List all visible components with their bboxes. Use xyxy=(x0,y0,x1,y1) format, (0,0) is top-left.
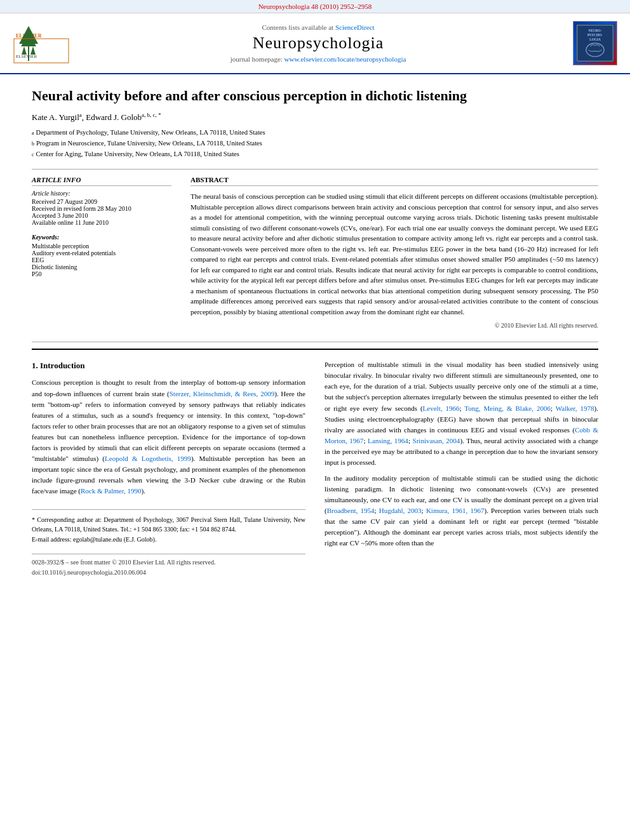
divider-1 xyxy=(32,169,598,170)
journal-homepage: journal homepage: www.elsevier.com/locat… xyxy=(70,55,566,63)
article-info-heading: ARTICLE INFO xyxy=(32,176,171,186)
neuropsychologia-logo-box: NEURO- PSYCHO- LOGIA xyxy=(566,21,617,65)
article-title: Neural activity before and after conscio… xyxy=(32,87,598,105)
abstract-panel: ABSTRACT The neural basis of conscious p… xyxy=(191,176,598,329)
footnote-text: * Corresponding author at: Department of… xyxy=(32,515,305,545)
copyright-line: © 2010 Elsevier Ltd. All rights reserved… xyxy=(191,322,598,329)
svg-text:LOGIA: LOGIA xyxy=(589,37,601,41)
svg-text:PSYCHO-: PSYCHO- xyxy=(587,33,603,37)
abstract-text: The neural basis of conscious perception… xyxy=(191,191,598,317)
accepted-date: Accepted 3 June 2010 xyxy=(32,212,171,219)
contents-available: Contents lists available at ScienceDirec… xyxy=(70,23,566,31)
journal-header: ELSEVIER ELSEVIER Contents lists availab… xyxy=(0,13,630,74)
journal-banner: Neuropsychologia 48 (2010) 2952–2958 xyxy=(0,0,630,13)
keyword-3: EEG xyxy=(32,257,171,263)
ref-leopold[interactable]: Leopold & Logothetis, 1999 xyxy=(105,455,191,462)
ref-rock[interactable]: Rock & Palmer, 1990 xyxy=(81,487,142,495)
ref-walker[interactable]: Walker, 1978 xyxy=(556,404,594,412)
article-content: Neural activity before and after conscio… xyxy=(0,74,630,590)
divider-2 xyxy=(32,342,598,342)
author1-name: Kate A. Yurgil xyxy=(32,112,79,122)
ref-broadbent[interactable]: Broadbent, 1954 xyxy=(327,507,375,514)
body-two-columns: 1. Introduction Conscious perception is … xyxy=(32,359,598,577)
ref-cobb[interactable]: Cobb & Morton, 1967 xyxy=(325,426,598,444)
sciencedirect-link[interactable]: ScienceDirect xyxy=(335,23,375,31)
body-para-1: Conscious perception is thought to resul… xyxy=(32,377,305,497)
affil-2: b Program in Neuroscience, Tulane Univer… xyxy=(32,138,598,149)
history-section: Article history: Received 27 August 2009… xyxy=(32,190,171,226)
journal-title: Neuropsychologia xyxy=(70,34,566,53)
ref-kimura[interactable]: Kimura, 1961, 1967 xyxy=(426,507,485,514)
body-para-right-2: In the auditory modality perception of m… xyxy=(325,473,598,549)
keyword-2: Auditory event-related potentials xyxy=(32,250,171,257)
available-date: Available online 11 June 2010 xyxy=(32,219,171,226)
banner-text: Neuropsychologia 48 (2010) 2952–2958 xyxy=(258,3,372,10)
info-abstract-section: ARTICLE INFO Article history: Received 2… xyxy=(32,176,598,329)
keyword-5: P50 xyxy=(32,270,171,277)
keywords-section: Keywords: Multistable perception Auditor… xyxy=(32,234,171,277)
ref-srinivasan[interactable]: Srinivasan, 2004 xyxy=(413,437,460,444)
section-1-title: 1. Introduction xyxy=(32,359,305,372)
history-label: Article history: xyxy=(32,190,171,197)
ref-sterzer[interactable]: Sterzer, Kleinschmidt, & Rees, 2009 xyxy=(170,390,274,397)
svg-text:NEURO-: NEURO- xyxy=(589,29,602,32)
author1-sup: a xyxy=(79,112,82,118)
body-left-column: 1. Introduction Conscious perception is … xyxy=(32,359,305,577)
issn-line: 0028-3932/$ – see front matter © 2010 El… xyxy=(32,557,215,577)
journal-logo: NEURO- PSYCHO- LOGIA xyxy=(573,21,617,65)
author2-sup: a, b, c, * xyxy=(142,112,161,118)
svg-text:ELSEVIER: ELSEVIER xyxy=(16,54,37,59)
ref-hugdahl[interactable]: Hugdahl, 2003 xyxy=(379,507,422,514)
journal-center-info: Contents lists available at ScienceDirec… xyxy=(70,23,566,63)
affil-3: c Center for Aging, Tulane University, N… xyxy=(32,149,598,160)
elsevier-logo: ELSEVIER ELSEVIER xyxy=(13,20,70,67)
article-info-panel: ARTICLE INFO Article history: Received 2… xyxy=(32,176,171,329)
abstract-heading: ABSTRACT xyxy=(191,176,598,186)
affil-1: a Department of Psychology, Tulane Unive… xyxy=(32,128,598,138)
ref-tong[interactable]: Tong, Meing, & Blake, 2006 xyxy=(464,404,551,412)
author2-name: Edward J. Golob xyxy=(86,112,142,122)
body-para-right-1: Perception of multistable stimuli in the… xyxy=(325,359,598,467)
footnote-area: * Corresponding author at: Department of… xyxy=(32,509,305,545)
affiliations: a Department of Psychology, Tulane Unive… xyxy=(32,128,598,159)
keyword-4: Dichotic listening xyxy=(32,263,171,270)
body-section: 1. Introduction Conscious perception is … xyxy=(32,349,598,577)
received-date: Received 27 August 2009 xyxy=(32,198,171,205)
ref-levelt[interactable]: Levelt, 1966 xyxy=(423,404,460,412)
authors-line: Kate A. Yurgila, Edward J. Goloba, b, c,… xyxy=(32,112,598,123)
revised-date: Received in revised form 28 May 2010 xyxy=(32,205,171,212)
keyword-1: Multistable perception xyxy=(32,243,171,250)
body-right-column: Perception of multistable stimuli in the… xyxy=(325,359,598,577)
homepage-url[interactable]: www.elsevier.com/locate/neuropsychologia xyxy=(285,55,406,63)
bottom-bar: 0028-3932/$ – see front matter © 2010 El… xyxy=(32,554,305,577)
ref-lansing[interactable]: Lansing, 1964 xyxy=(368,437,408,444)
keywords-label: Keywords: xyxy=(32,234,171,241)
